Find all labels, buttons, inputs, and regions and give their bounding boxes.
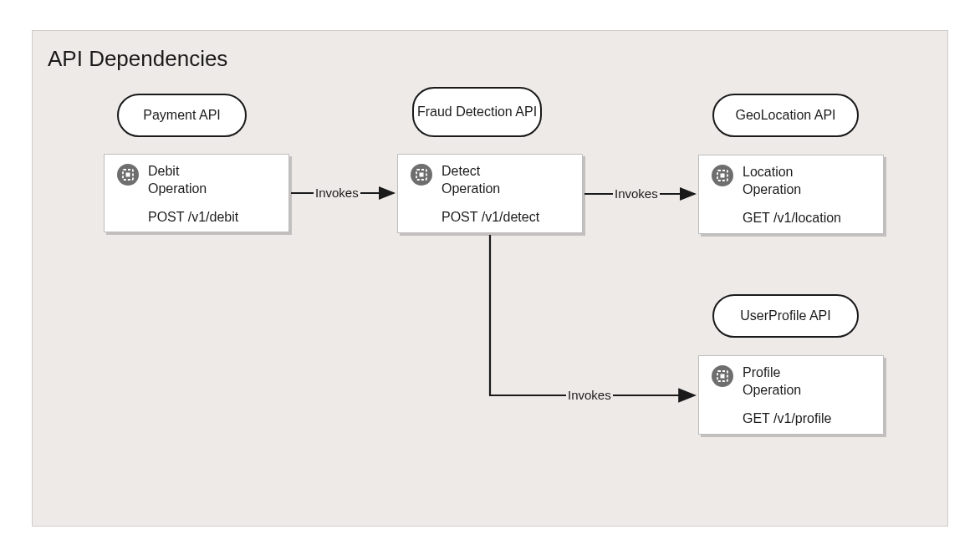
- edge-label-invokes: Invokes: [613, 186, 660, 201]
- svg-rect-8: [721, 174, 725, 178]
- operation-icon: [711, 164, 734, 191]
- edge-detect-profile: [490, 235, 695, 395]
- edge-label-invokes: Invokes: [566, 388, 613, 402]
- op-path: POST /v1/detect: [442, 210, 539, 225]
- pill-label: Fraud Detection API: [417, 104, 537, 121]
- edge-label-invokes: Invokes: [314, 186, 360, 200]
- operation-icon: [711, 364, 734, 391]
- diagram-container: API Dependencies Payment API Fraud Detec…: [32, 30, 948, 527]
- opbox-detect: Detect Operation POST /v1/detect: [397, 154, 583, 233]
- op-name: Debit Operation: [148, 163, 223, 198]
- diagram-title: API Dependencies: [48, 46, 227, 72]
- opbox-location: Location Operation GET /v1/location: [698, 155, 884, 234]
- svg-rect-2: [126, 173, 130, 177]
- pill-label: Payment API: [143, 107, 221, 125]
- opbox-profile: Profile Operation GET /v1/profile: [698, 355, 884, 435]
- pill-geolocation-api: GeoLocation API: [712, 94, 859, 137]
- opbox-debit: Debit Operation POST /v1/debit: [104, 154, 289, 232]
- op-path: GET /v1/profile: [743, 411, 831, 426]
- pill-userprofile-api: UserProfile API: [712, 294, 859, 338]
- op-name: Location Operation: [743, 164, 818, 199]
- pill-label: UserProfile API: [740, 308, 830, 325]
- pill-fraud-detection-api: Fraud Detection API: [412, 87, 542, 137]
- op-name: Profile Operation: [743, 364, 818, 400]
- pill-payment-api: Payment API: [117, 94, 247, 137]
- operation-icon: [116, 163, 140, 190]
- pill-label: GeoLocation API: [735, 107, 835, 125]
- svg-rect-5: [420, 173, 424, 177]
- op-name: Detect Operation: [442, 163, 517, 198]
- operation-icon: [410, 163, 433, 190]
- svg-rect-11: [721, 374, 725, 379]
- op-path: POST /v1/debit: [148, 210, 238, 225]
- op-path: GET /v1/location: [743, 211, 841, 226]
